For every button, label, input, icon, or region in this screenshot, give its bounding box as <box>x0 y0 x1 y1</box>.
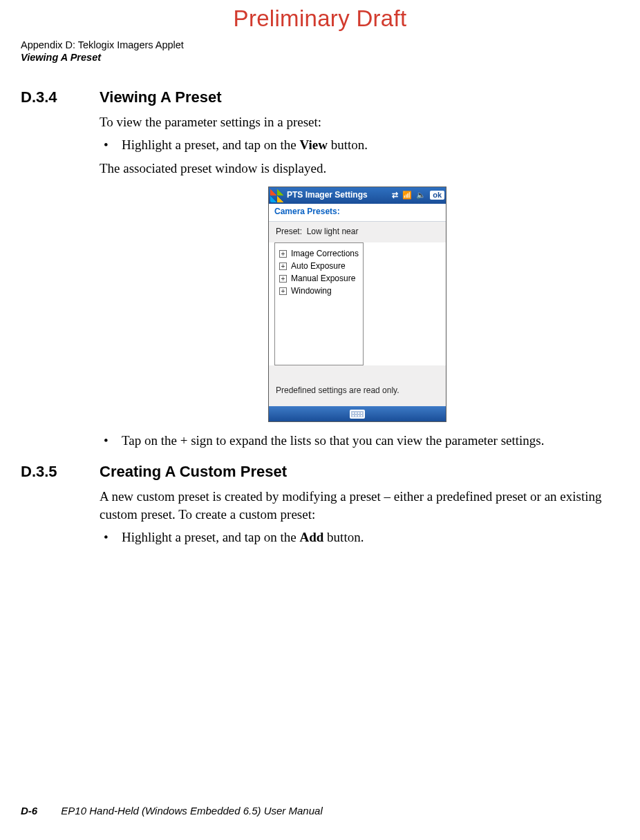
start-icon[interactable] <box>270 189 284 202</box>
list-item: Highlight a preset, and tap on the Add b… <box>122 528 615 547</box>
running-header-line1: Appendix D: Teklogix Imagers Applet <box>21 39 184 51</box>
window-title: PTS Imager Settings <box>287 189 389 201</box>
preset-row: Preset: Low light near <box>269 222 446 243</box>
section-number: D.3.4 <box>21 88 83 106</box>
ok-button[interactable]: ok <box>430 191 444 200</box>
bullet-text: button. <box>328 137 368 152</box>
para-text: The associated preset window is displaye… <box>100 160 615 178</box>
section-title: Viewing A Preset <box>100 88 221 106</box>
tree-item-label: Windowing <box>291 285 332 297</box>
para-text: A new custom preset is created by modify… <box>100 488 615 524</box>
device-screenshot: PTS Imager Settings ⇄ 📶 🔈 ok Camera Pres… <box>268 187 446 422</box>
bullet-bold: View <box>300 137 328 152</box>
bullet-text: Tap on the + sign to expand the lists so… <box>122 433 544 448</box>
list-item: Tap on the + sign to expand the lists so… <box>122 432 615 450</box>
tree-item-label: Manual Exposure <box>291 273 355 285</box>
manual-title: EP10 Hand-Held (Windows Embedded 6.5) Us… <box>61 805 322 817</box>
volume-icon[interactable]: 🔈 <box>416 191 426 199</box>
tree-item[interactable]: + Windowing <box>279 285 359 297</box>
list-item: Highlight a preset, and tap on the View … <box>122 136 615 155</box>
sip-bar <box>269 406 446 421</box>
expand-icon[interactable]: + <box>279 275 287 283</box>
tree-item[interactable]: + Auto Exposure <box>279 260 359 272</box>
connectivity-icon[interactable]: ⇄ <box>392 191 398 199</box>
window-titlebar: PTS Imager Settings ⇄ 📶 🔈 ok <box>269 187 446 204</box>
signal-icon[interactable]: 📶 <box>402 191 412 199</box>
expand-icon[interactable]: + <box>279 287 287 295</box>
panel-header: Camera Presets: <box>269 204 446 222</box>
bullet-bold: Add <box>300 530 324 544</box>
running-header: Appendix D: Teklogix Imagers Applet View… <box>21 39 184 64</box>
bullet-text: button. <box>323 530 364 544</box>
draft-watermark: Preliminary Draft <box>0 6 640 32</box>
tree-item[interactable]: + Manual Exposure <box>279 273 359 285</box>
bullet-text: Highlight a preset, and tap on the <box>122 530 300 544</box>
section-heading: D.3.4 Viewing A Preset <box>21 88 615 106</box>
expand-icon[interactable]: + <box>279 262 287 270</box>
status-text: Predefined settings are read only. <box>269 365 446 406</box>
tree-item[interactable]: + Image Corrections <box>279 248 359 260</box>
section-number: D.3.5 <box>21 463 83 481</box>
page-footer: D-6 EP10 Hand-Held (Windows Embedded 6.5… <box>21 805 323 817</box>
page-number: D-6 <box>21 805 58 817</box>
running-header-line2: Viewing A Preset <box>21 51 184 64</box>
section-heading: D.3.5 Creating A Custom Preset <box>21 463 615 481</box>
section-title: Creating A Custom Preset <box>100 463 287 481</box>
tree-item-label: Auto Exposure <box>291 260 346 272</box>
intro-text: To view the parameter settings in a pres… <box>100 113 615 132</box>
bullet-text: Highlight a preset, and tap on the <box>122 137 300 152</box>
keyboard-icon[interactable] <box>350 410 365 419</box>
tree-item-label: Image Corrections <box>291 248 359 260</box>
expand-icon[interactable]: + <box>279 250 287 258</box>
preset-value: Low light near <box>307 227 359 236</box>
preset-label: Preset: <box>276 227 302 236</box>
